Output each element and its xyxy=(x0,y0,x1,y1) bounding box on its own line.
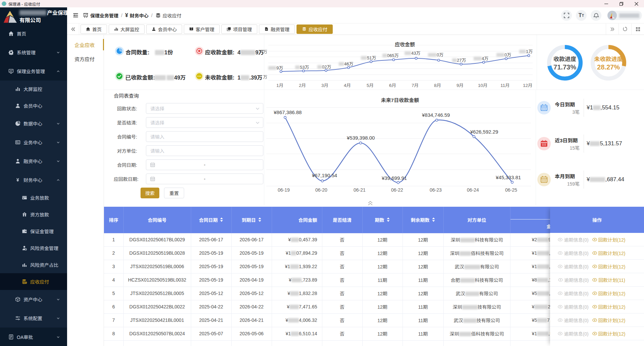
svg-text:¥: ¥ xyxy=(16,177,19,183)
svg-text:¥: ¥ xyxy=(25,282,26,284)
